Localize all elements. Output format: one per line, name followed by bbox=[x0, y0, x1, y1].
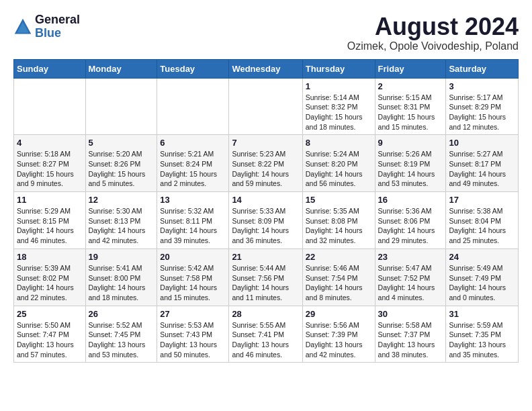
page-header: General Blue August 2024 Ozimek, Opole V… bbox=[13, 13, 519, 52]
calendar-cell: 2Sunrise: 5:15 AM Sunset: 8:31 PM Daylig… bbox=[375, 78, 446, 135]
day-number: 19 bbox=[89, 252, 154, 262]
day-info: Sunrise: 5:42 AM Sunset: 7:58 PM Dayligh… bbox=[160, 263, 226, 303]
title-block: August 2024 Ozimek, Opole Voivodeship, P… bbox=[347, 13, 519, 52]
day-number: 22 bbox=[306, 252, 372, 262]
calendar-cell bbox=[229, 78, 302, 135]
day-info: Sunrise: 5:21 AM Sunset: 8:24 PM Dayligh… bbox=[160, 149, 226, 189]
day-info: Sunrise: 5:38 AM Sunset: 8:04 PM Dayligh… bbox=[449, 206, 515, 246]
day-number: 1 bbox=[306, 81, 372, 91]
day-info: Sunrise: 5:32 AM Sunset: 8:11 PM Dayligh… bbox=[160, 206, 226, 246]
day-info: Sunrise: 5:23 AM Sunset: 8:22 PM Dayligh… bbox=[232, 149, 299, 189]
calendar-table: SundayMondayTuesdayWednesdayThursdayFrid… bbox=[13, 59, 519, 363]
calendar-subtitle: Ozimek, Opole Voivodeship, Poland bbox=[347, 40, 519, 52]
logo-text: General Blue bbox=[35, 13, 80, 40]
day-number: 17 bbox=[449, 195, 515, 205]
day-info: Sunrise: 5:35 AM Sunset: 8:08 PM Dayligh… bbox=[306, 206, 372, 246]
day-info: Sunrise: 5:26 AM Sunset: 8:19 PM Dayligh… bbox=[378, 149, 443, 189]
calendar-cell: 14Sunrise: 5:33 AM Sunset: 8:09 PM Dayli… bbox=[229, 192, 302, 249]
day-info: Sunrise: 5:20 AM Sunset: 8:26 PM Dayligh… bbox=[89, 149, 154, 189]
day-number: 25 bbox=[17, 309, 83, 319]
calendar-cell bbox=[14, 78, 86, 135]
calendar-cell: 19Sunrise: 5:41 AM Sunset: 8:00 PM Dayli… bbox=[85, 248, 157, 306]
day-info: Sunrise: 5:17 AM Sunset: 8:29 PM Dayligh… bbox=[449, 93, 515, 132]
calendar-cell: 6Sunrise: 5:21 AM Sunset: 8:24 PM Daylig… bbox=[157, 135, 229, 192]
day-number: 16 bbox=[378, 195, 443, 205]
day-info: Sunrise: 5:56 AM Sunset: 7:39 PM Dayligh… bbox=[306, 320, 372, 360]
day-info: Sunrise: 5:27 AM Sunset: 8:17 PM Dayligh… bbox=[449, 149, 515, 189]
calendar-cell: 20Sunrise: 5:42 AM Sunset: 7:58 PM Dayli… bbox=[157, 248, 229, 306]
calendar-cell: 18Sunrise: 5:39 AM Sunset: 8:02 PM Dayli… bbox=[14, 248, 86, 306]
day-number: 13 bbox=[160, 195, 226, 205]
day-info: Sunrise: 5:50 AM Sunset: 7:47 PM Dayligh… bbox=[17, 320, 83, 360]
day-info: Sunrise: 5:14 AM Sunset: 8:32 PM Dayligh… bbox=[306, 93, 372, 132]
day-number: 31 bbox=[449, 309, 515, 319]
calendar-header: SundayMondayTuesdayWednesdayThursdayFrid… bbox=[14, 59, 519, 78]
day-number: 9 bbox=[378, 138, 443, 148]
day-number: 6 bbox=[160, 138, 226, 148]
day-info: Sunrise: 5:29 AM Sunset: 8:15 PM Dayligh… bbox=[17, 206, 83, 246]
day-number: 2 bbox=[378, 81, 443, 91]
day-number: 4 bbox=[17, 138, 83, 148]
calendar-cell: 10Sunrise: 5:27 AM Sunset: 8:17 PM Dayli… bbox=[446, 135, 519, 192]
day-info: Sunrise: 5:46 AM Sunset: 7:54 PM Dayligh… bbox=[306, 263, 372, 303]
day-info: Sunrise: 5:15 AM Sunset: 8:31 PM Dayligh… bbox=[378, 93, 443, 132]
calendar-cell: 17Sunrise: 5:38 AM Sunset: 8:04 PM Dayli… bbox=[446, 192, 519, 249]
day-number: 24 bbox=[449, 252, 515, 262]
calendar-cell: 1Sunrise: 5:14 AM Sunset: 8:32 PM Daylig… bbox=[302, 78, 375, 135]
calendar-cell: 22Sunrise: 5:46 AM Sunset: 7:54 PM Dayli… bbox=[302, 248, 375, 306]
calendar-cell: 23Sunrise: 5:47 AM Sunset: 7:52 PM Dayli… bbox=[375, 248, 446, 306]
weekday-header-tuesday: Tuesday bbox=[157, 59, 229, 78]
day-info: Sunrise: 5:44 AM Sunset: 7:56 PM Dayligh… bbox=[232, 263, 299, 303]
day-info: Sunrise: 5:53 AM Sunset: 7:43 PM Dayligh… bbox=[160, 320, 226, 360]
day-number: 7 bbox=[232, 138, 299, 148]
day-number: 18 bbox=[17, 252, 83, 262]
calendar-week-row: 4Sunrise: 5:18 AM Sunset: 8:27 PM Daylig… bbox=[14, 135, 519, 192]
calendar-cell: 30Sunrise: 5:58 AM Sunset: 7:37 PM Dayli… bbox=[375, 306, 446, 363]
day-number: 15 bbox=[306, 195, 372, 205]
day-number: 12 bbox=[89, 195, 154, 205]
calendar-body: 1Sunrise: 5:14 AM Sunset: 8:32 PM Daylig… bbox=[14, 78, 519, 363]
calendar-cell: 15Sunrise: 5:35 AM Sunset: 8:08 PM Dayli… bbox=[302, 192, 375, 249]
calendar-cell: 27Sunrise: 5:53 AM Sunset: 7:43 PM Dayli… bbox=[157, 306, 229, 363]
calendar-cell: 11Sunrise: 5:29 AM Sunset: 8:15 PM Dayli… bbox=[14, 192, 86, 249]
calendar-cell: 3Sunrise: 5:17 AM Sunset: 8:29 PM Daylig… bbox=[446, 78, 519, 135]
day-number: 21 bbox=[232, 252, 299, 262]
day-number: 3 bbox=[449, 81, 515, 91]
day-number: 23 bbox=[378, 252, 443, 262]
day-info: Sunrise: 5:55 AM Sunset: 7:41 PM Dayligh… bbox=[232, 320, 299, 360]
day-number: 14 bbox=[232, 195, 299, 205]
day-info: Sunrise: 5:39 AM Sunset: 8:02 PM Dayligh… bbox=[17, 263, 83, 303]
day-number: 28 bbox=[232, 309, 299, 319]
logo: General Blue bbox=[13, 13, 80, 40]
calendar-cell: 4Sunrise: 5:18 AM Sunset: 8:27 PM Daylig… bbox=[14, 135, 86, 192]
calendar-title: August 2024 bbox=[347, 13, 519, 40]
weekday-header-monday: Monday bbox=[85, 59, 157, 78]
calendar-cell: 12Sunrise: 5:30 AM Sunset: 8:13 PM Dayli… bbox=[85, 192, 157, 249]
calendar-cell: 31Sunrise: 5:59 AM Sunset: 7:35 PM Dayli… bbox=[446, 306, 519, 363]
calendar-cell: 8Sunrise: 5:24 AM Sunset: 8:20 PM Daylig… bbox=[302, 135, 375, 192]
calendar-cell: 16Sunrise: 5:36 AM Sunset: 8:06 PM Dayli… bbox=[375, 192, 446, 249]
logo-blue-text: Blue bbox=[35, 27, 80, 40]
day-info: Sunrise: 5:33 AM Sunset: 8:09 PM Dayligh… bbox=[232, 206, 299, 246]
day-info: Sunrise: 5:59 AM Sunset: 7:35 PM Dayligh… bbox=[449, 320, 515, 360]
day-number: 26 bbox=[89, 309, 154, 319]
day-number: 20 bbox=[160, 252, 226, 262]
day-info: Sunrise: 5:52 AM Sunset: 7:45 PM Dayligh… bbox=[89, 320, 154, 360]
day-number: 29 bbox=[306, 309, 372, 319]
day-info: Sunrise: 5:30 AM Sunset: 8:13 PM Dayligh… bbox=[89, 206, 154, 246]
calendar-cell: 7Sunrise: 5:23 AM Sunset: 8:22 PM Daylig… bbox=[229, 135, 302, 192]
calendar-cell bbox=[85, 78, 157, 135]
day-info: Sunrise: 5:24 AM Sunset: 8:20 PM Dayligh… bbox=[306, 149, 372, 189]
calendar-week-row: 25Sunrise: 5:50 AM Sunset: 7:47 PM Dayli… bbox=[14, 306, 519, 363]
calendar-cell: 28Sunrise: 5:55 AM Sunset: 7:41 PM Dayli… bbox=[229, 306, 302, 363]
day-info: Sunrise: 5:36 AM Sunset: 8:06 PM Dayligh… bbox=[378, 206, 443, 246]
calendar-cell: 5Sunrise: 5:20 AM Sunset: 8:26 PM Daylig… bbox=[85, 135, 157, 192]
day-number: 11 bbox=[17, 195, 83, 205]
weekday-header-friday: Friday bbox=[375, 59, 446, 78]
weekday-header-saturday: Saturday bbox=[446, 59, 519, 78]
day-number: 27 bbox=[160, 309, 226, 319]
calendar-cell: 24Sunrise: 5:49 AM Sunset: 7:49 PM Dayli… bbox=[446, 248, 519, 306]
day-info: Sunrise: 5:58 AM Sunset: 7:37 PM Dayligh… bbox=[378, 320, 443, 360]
day-info: Sunrise: 5:47 AM Sunset: 7:52 PM Dayligh… bbox=[378, 263, 443, 303]
day-info: Sunrise: 5:18 AM Sunset: 8:27 PM Dayligh… bbox=[17, 149, 83, 189]
